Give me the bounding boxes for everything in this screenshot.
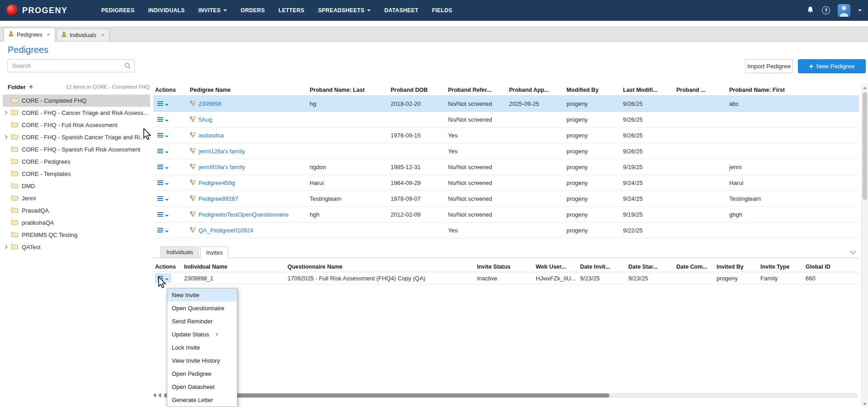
column-header[interactable]: Invite Status <box>477 264 536 270</box>
new-pedigree-button[interactable]: + New Pedigree <box>798 59 866 73</box>
horizontal-scrollbar-track[interactable] <box>163 393 858 398</box>
scrollbar-left-arrow-icon[interactable] <box>153 393 156 398</box>
vertical-scrollbar-thumb[interactable] <box>863 92 867 200</box>
folder-item[interactable]: CORE - FHQ - Spanish Full Risk Assessmen… <box>3 143 150 156</box>
context-menu-item[interactable]: New Invite <box>167 289 237 302</box>
pedigree-table-row[interactable]: jenni126a's family Yes progeny 9/26/25 <box>153 143 859 159</box>
row-actions-button[interactable] <box>155 115 171 124</box>
column-header[interactable]: Invited By <box>717 264 760 270</box>
folder-item[interactable]: PrasadQA <box>3 204 150 217</box>
context-menu-item[interactable]: Update Status <box>167 328 237 341</box>
folder-item[interactable]: Jenni <box>3 192 150 204</box>
invite-table-row[interactable]: 2309898_1 17092025 - Full Risk Assessmen… <box>153 272 859 284</box>
nav-menu-item[interactable]: ORDERS <box>241 7 265 14</box>
context-menu-item[interactable]: Open Datasheet <box>167 380 237 393</box>
column-header[interactable]: Actions <box>153 87 190 93</box>
row-actions-button[interactable] <box>155 147 171 156</box>
pedigree-table-row[interactable]: 2309898 hg 2018-02-20 No/Not screened 20… <box>153 96 859 112</box>
nav-menu-item[interactable]: INDIVIDUALS <box>148 7 185 14</box>
folder-item[interactable]: CORE - Completed FHQ <box>3 95 150 107</box>
column-header[interactable]: Invite Type <box>760 264 806 270</box>
brand[interactable]: PROGENY <box>6 0 68 21</box>
panel-tab[interactable]: Invites <box>200 246 228 258</box>
pedigree-table-row[interactable]: jenni919a's family rigdon 1985-12-31 No/… <box>153 159 859 175</box>
pedigree-name-link[interactable]: jenni126a's family <box>198 148 245 155</box>
nav-menu-item[interactable]: DATASHEET <box>384 7 418 14</box>
folder-item[interactable]: CORE - Templates <box>3 168 150 180</box>
column-header[interactable]: Web User... <box>536 264 580 270</box>
row-actions-button[interactable] <box>155 162 171 171</box>
tab-close-icon[interactable]: × <box>101 32 104 38</box>
chevron-right-icon[interactable] <box>4 111 7 114</box>
column-header[interactable]: Proband ... <box>676 87 729 93</box>
column-header[interactable]: Questionnaire Name <box>288 264 477 270</box>
folder-item[interactable]: CORE - Pedigrees <box>3 156 150 168</box>
collapse-panel-chevron-icon[interactable] <box>850 249 856 255</box>
search-input[interactable] <box>7 59 135 72</box>
scrollbar-left-arrow-icon[interactable] <box>158 393 161 398</box>
context-menu-item[interactable]: Lock Invite <box>167 341 237 354</box>
row-actions-button[interactable] <box>155 274 171 283</box>
column-header[interactable]: Pedigree Name <box>190 87 310 93</box>
import-pedigree-button[interactable]: Import Pedigree <box>745 59 793 73</box>
pedigree-table-row[interactable]: Pedigree459g Harui 1964-09-29 No/Not scr… <box>153 175 859 191</box>
pedigree-name-link[interactable]: Pedigree459g <box>198 180 235 186</box>
nav-menu-item[interactable]: PEDIGREES <box>101 7 135 14</box>
context-menu-item[interactable]: Open Questionnaire <box>167 302 237 315</box>
context-menu-item[interactable]: Generate Letter <box>167 393 237 407</box>
pedigree-table-row[interactable]: asdasdsa 1976-09-15 Yes progeny 9/26/25 <box>153 128 859 143</box>
tab-close-icon[interactable]: × <box>47 31 50 38</box>
chevron-down-icon[interactable] <box>858 9 862 11</box>
row-actions-button[interactable] <box>155 194 171 203</box>
nav-menu-item[interactable]: SPREADSHEETS <box>318 7 371 14</box>
column-header[interactable]: Proband Name: First <box>729 87 859 93</box>
column-header[interactable]: Date Com... <box>676 264 717 270</box>
column-header[interactable]: Last Modifi... <box>623 87 676 93</box>
folder-item[interactable]: CORE - FHQ - Spanish Cancer Triage and R… <box>3 131 150 143</box>
pedigree-name-link[interactable]: 5Aug <box>198 116 212 123</box>
column-header[interactable]: Actions <box>153 264 184 270</box>
pedigree-table-row[interactable]: 5Aug No/Not screened progeny 9/26/25 <box>153 112 859 128</box>
pedigree-name-link[interactable]: PedigreetoTestOpenQuestionnaire <box>198 211 288 218</box>
pedigree-table-row[interactable]: PedigreetoTestOpenQuestionnaire hgh 2012… <box>153 207 859 222</box>
user-avatar[interactable] <box>838 4 850 17</box>
window-tab[interactable]: Pedigrees × <box>4 28 55 42</box>
pedigree-name-link[interactable]: QA_Pedigree010924 <box>198 227 253 234</box>
row-actions-button[interactable] <box>155 131 171 140</box>
context-menu-item[interactable]: View Invite History <box>167 354 237 367</box>
vertical-scrollbar[interactable] <box>861 84 868 407</box>
column-header[interactable]: Date Invit... <box>580 264 628 270</box>
nav-menu-item[interactable]: LETTERS <box>278 7 304 14</box>
column-header[interactable]: Global ID <box>806 264 859 270</box>
chevron-right-icon[interactable] <box>4 135 7 139</box>
chevron-right-icon[interactable] <box>4 245 7 249</box>
folder-item[interactable]: pratikshaQA <box>3 217 150 229</box>
column-header[interactable]: Date Star... <box>628 264 676 270</box>
folder-item[interactable]: DMD <box>3 180 150 192</box>
row-actions-button[interactable] <box>155 178 171 187</box>
scrollbar-down-arrow-icon[interactable] <box>863 403 867 405</box>
folder-item[interactable]: QATest <box>3 241 150 253</box>
pedigree-table-row[interactable]: QA_Pedigree010924 Yes progeny 9/22/25 <box>153 222 859 238</box>
add-folder-icon[interactable]: + <box>29 83 33 90</box>
scrollbar-up-arrow-icon[interactable] <box>863 87 867 89</box>
context-menu-item[interactable]: Send Reminder <box>167 315 237 328</box>
help-icon[interactable]: ? <box>822 6 830 14</box>
horizontal-scrollbar[interactable] <box>153 392 858 399</box>
window-tab[interactable]: Individuals × <box>57 28 109 42</box>
column-header[interactable]: Proband Name: Last <box>310 87 391 93</box>
row-actions-button[interactable] <box>155 99 171 108</box>
panel-tab[interactable]: Individuals <box>160 246 199 258</box>
row-actions-button[interactable] <box>155 210 171 219</box>
nav-menu-item[interactable]: FIELDS <box>432 7 452 14</box>
pedigree-name-link[interactable]: asdasdsa <box>198 132 224 139</box>
column-header[interactable]: Proband DOB <box>391 87 448 93</box>
folder-item[interactable]: PREMM5 QC Testing <box>3 229 150 241</box>
pedigree-name-link[interactable]: Pedigree89267 <box>198 195 238 202</box>
context-menu-item[interactable]: Open Pedigree <box>167 367 237 380</box>
column-header[interactable]: Modified By <box>566 87 623 93</box>
nav-menu-item[interactable]: INVITES <box>198 7 227 14</box>
column-header[interactable]: Individual Name <box>184 264 288 270</box>
pedigree-name-link[interactable]: jenni919a's family <box>198 164 245 170</box>
row-actions-button[interactable] <box>155 226 171 235</box>
